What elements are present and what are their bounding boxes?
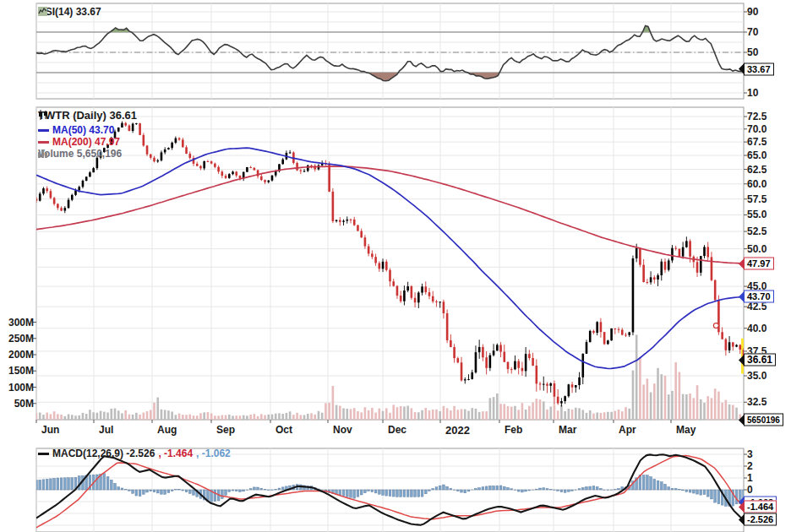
volume-bar <box>510 407 513 420</box>
volume-bar <box>475 409 477 420</box>
volume-bar <box>199 413 202 420</box>
volume-bar <box>711 398 713 420</box>
candle-body <box>171 143 173 148</box>
candle-body <box>267 181 270 182</box>
candle-body <box>210 161 213 164</box>
volume-bar <box>543 401 545 420</box>
candle-body <box>650 277 652 282</box>
macd-histogram-bar <box>121 488 123 490</box>
volume-bar <box>374 413 377 420</box>
candle-body <box>232 171 234 174</box>
candle-body <box>385 262 388 270</box>
candle-body <box>586 342 588 354</box>
volume-bar <box>74 415 77 420</box>
candle-body <box>153 158 155 161</box>
volume-bar <box>403 406 406 420</box>
macd-histogram-bar <box>275 489 277 490</box>
volume-bar <box>264 415 266 420</box>
volume-bar <box>175 415 177 420</box>
volume-bar <box>139 415 141 420</box>
volume-bar <box>614 411 617 420</box>
macd-histogram-bar <box>257 487 259 490</box>
volume-bar <box>135 413 138 420</box>
macd-histogram-bar <box>657 480 659 490</box>
volume-bar <box>171 411 173 420</box>
candle-body <box>596 322 598 333</box>
macd-histogram-bar <box>249 489 252 490</box>
volume-bar <box>717 392 720 420</box>
macd-histogram-bar <box>700 490 702 495</box>
volume-bar <box>596 412 598 420</box>
candle-body <box>188 154 191 158</box>
macd-histogram-bar <box>692 490 695 493</box>
volume-bar <box>110 409 112 420</box>
volume-bar <box>296 413 298 420</box>
macd-histogram-bar <box>496 486 499 490</box>
volume-bar <box>732 405 734 420</box>
candle-body <box>310 166 313 166</box>
volume-bar <box>400 406 402 420</box>
macd-histogram-bar <box>71 478 74 490</box>
volume-bar <box>406 406 409 420</box>
candle-body <box>581 354 584 377</box>
macd-histogram-bar <box>567 490 570 491</box>
volume-bar <box>457 410 460 420</box>
volume-bar <box>96 413 99 420</box>
macd-histogram-bar <box>600 488 603 490</box>
macd-histogram-bar <box>374 490 377 493</box>
candle-body <box>161 152 163 160</box>
volume-bar <box>292 415 295 420</box>
candle-body <box>668 260 670 269</box>
volume-bar <box>53 411 56 420</box>
candle-body <box>671 248 674 261</box>
macd-histogram-bar <box>682 490 685 491</box>
macd-histogram-bar <box>478 488 481 490</box>
macd-histogram-bar <box>456 490 459 491</box>
macd-histogram-bar <box>410 490 412 497</box>
candle-body <box>703 247 706 256</box>
candle-body <box>235 171 237 175</box>
volume-bar <box>182 415 184 420</box>
macd-histogram-bar <box>281 487 284 490</box>
candle-body <box>271 176 274 181</box>
candle-body <box>424 286 427 292</box>
candle-body <box>114 132 117 138</box>
volume-bar <box>235 415 237 420</box>
candle-body <box>603 332 606 344</box>
volume-bar <box>703 403 706 420</box>
candle-body <box>139 123 141 135</box>
candle-body <box>493 350 495 355</box>
macd-histogram-bar <box>717 490 720 504</box>
volume-bar <box>586 413 588 420</box>
volume-bar <box>78 415 80 420</box>
candle-body <box>721 332 723 339</box>
volume-bar <box>714 388 717 420</box>
volume-bar <box>592 414 595 420</box>
macd-histogram-bar <box>586 486 588 490</box>
macd-histogram-bar <box>432 488 434 490</box>
volume-bar <box>657 368 659 420</box>
volume-bar <box>188 415 191 420</box>
volume-bar <box>693 398 696 420</box>
macd-histogram-bar <box>507 487 510 490</box>
candle-body <box>214 164 216 167</box>
volume-bar <box>521 403 524 420</box>
volume-bar <box>546 410 548 420</box>
volume-bar <box>249 415 252 420</box>
candle-body <box>610 328 613 340</box>
macd-histogram-bar <box>188 490 191 494</box>
candle-body <box>203 161 205 168</box>
candle-body <box>485 357 488 368</box>
volume-bar <box>696 385 699 420</box>
volume-bar <box>196 415 199 420</box>
macd-histogram-bar <box>110 480 112 490</box>
candle-body <box>549 383 552 386</box>
volume-bar <box>360 412 363 420</box>
volume-bar <box>525 410 527 420</box>
volume-bar <box>50 414 52 420</box>
volume-bar <box>603 412 606 420</box>
candle-body <box>132 123 134 131</box>
macd-histogram-bar <box>596 486 598 490</box>
macd-histogram-bar <box>650 477 652 490</box>
volume-bar <box>560 404 563 420</box>
